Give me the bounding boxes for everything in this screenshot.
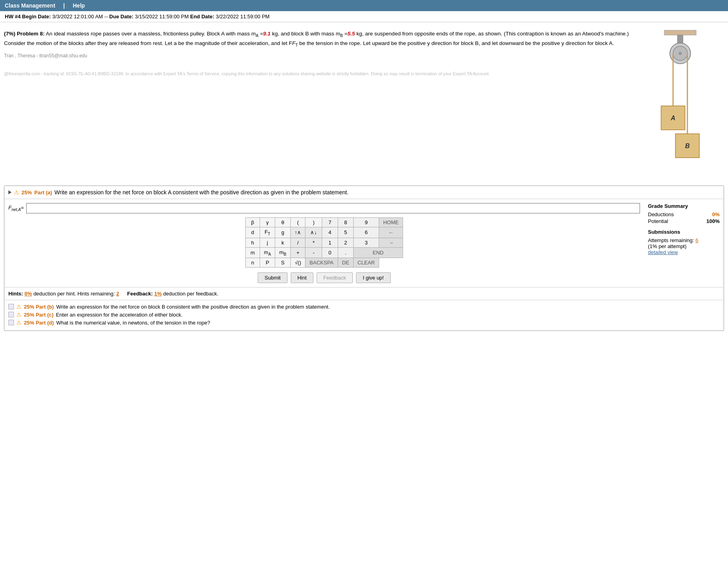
deductions-label: Deductions [648, 211, 674, 217]
nav-class-management[interactable]: Class Management [5, 2, 55, 9]
problem-percentage: (7%) [4, 31, 16, 37]
prob-mB-value: 5.5 [348, 31, 355, 37]
key-0[interactable]: 0 [322, 247, 338, 258]
part-d-label: 25% Part (d) [24, 320, 54, 326]
problem-area: (7%) Problem 8: An ideal massless rope p… [4, 26, 632, 178]
attempts-label: Attempts remaining: [648, 237, 694, 243]
key-h[interactable]: h [245, 238, 260, 247]
due-label: Due Date: [109, 14, 133, 20]
key-delete[interactable]: DE [338, 258, 353, 268]
svg-rect-0 [664, 30, 696, 35]
part-c-row: ⚠ 25% Part (c) Enter an expression for t… [8, 311, 720, 318]
potential-row: Potential 100% [648, 218, 720, 224]
give-up-button[interactable]: I give up! [356, 272, 391, 283]
key-open-paren[interactable]: ( [290, 218, 305, 227]
key-FT[interactable]: FT [260, 227, 275, 238]
key-down-arrow[interactable]: ∧↓ [305, 227, 322, 238]
key-plus[interactable]: + [290, 247, 305, 258]
key-1[interactable]: 1 [322, 238, 338, 247]
key-4[interactable]: 4 [322, 227, 338, 238]
submissions-title: Submissions [648, 229, 720, 235]
nav-separator: | [63, 2, 65, 9]
problem-text: (7%) Problem 8: An ideal massless rope p… [4, 26, 632, 51]
prob-mA-eq: = [258, 31, 263, 37]
key-mA[interactable]: mA [260, 247, 275, 258]
feedback-label: Feedback: [127, 291, 153, 297]
key-8[interactable]: 8 [338, 218, 353, 227]
key-multiply[interactable]: * [305, 238, 322, 247]
part-a-label: Part (a) [34, 190, 52, 196]
feedback-pct: 1% [154, 291, 162, 297]
main-content: (7%) Problem 8: An ideal massless rope p… [0, 22, 728, 182]
keyboard-row-0: β γ θ ( ) 7 8 9 HOME [245, 218, 403, 227]
part-c-description: Enter an expression for the acceleration… [56, 312, 182, 318]
attempts-value: 6 [695, 237, 698, 243]
part-c-checkbox[interactable] [8, 312, 14, 317]
expand-icon[interactable] [8, 190, 12, 194]
hints-bar: Hints: 0% deduction per hint. Hints rema… [4, 287, 724, 300]
answer-input[interactable] [26, 203, 640, 213]
key-7[interactable]: 7 [322, 218, 338, 227]
key-dot[interactable]: . [338, 247, 353, 258]
part-b-row: ⚠ 25% Part (b) Write an expression for t… [8, 303, 720, 310]
prob-FT: F [292, 40, 295, 46]
key-home[interactable]: HOME [379, 218, 403, 227]
key-beta[interactable]: β [245, 218, 260, 227]
part-d-row: ⚠ 25% Part (d) What is the numerical val… [8, 319, 720, 326]
key-minus[interactable]: - [305, 247, 322, 258]
top-nav: Class Management | Help [0, 0, 728, 11]
prob-mA-label: A [256, 31, 258, 37]
key-clear[interactable]: CLEAR [353, 258, 379, 268]
key-end[interactable]: END [353, 247, 403, 258]
key-d[interactable]: d [245, 227, 260, 238]
nav-help[interactable]: Help [73, 2, 85, 9]
due-date: 3/15/2022 11:59:00 PM [135, 14, 189, 20]
key-backspace[interactable]: BACKSPA [305, 258, 338, 268]
key-P[interactable]: P [260, 258, 275, 268]
feedback-section: Feedback: 1% deduction per feedback. [127, 291, 218, 297]
warning-icon-d: ⚠ [16, 319, 22, 326]
key-5[interactable]: 5 [338, 227, 353, 238]
key-n[interactable]: n [245, 258, 260, 268]
part-b-checkbox[interactable] [8, 304, 14, 309]
attempts-row: Attempts remaining: 6 [648, 237, 720, 243]
begin-date: 3/3/2022 12:01:00 AM [52, 14, 103, 20]
key-k[interactable]: k [275, 238, 291, 247]
key-divide[interactable]: / [290, 238, 305, 247]
key-theta[interactable]: θ [275, 218, 291, 227]
key-up-arrow[interactable]: ↑∧ [290, 227, 305, 238]
part-c-label: 25% Part (c) [24, 312, 53, 318]
problem-text-before-mA: An ideal massless rope passes over a mas… [46, 31, 256, 37]
hint-button[interactable]: Hint [291, 272, 313, 283]
end-label: End Date: [190, 14, 214, 20]
part-a-percentage: 25% [22, 190, 32, 196]
feedback-button[interactable]: Feedback [317, 272, 353, 283]
grade-summary: Grade Summary Deductions 0% Potential 10… [648, 203, 720, 283]
key-m[interactable]: m [245, 247, 260, 258]
key-right-arrow[interactable]: → [379, 238, 403, 247]
part-b-description: Write an expression for the net force on… [56, 304, 330, 310]
key-j[interactable]: j [260, 238, 275, 247]
end-date: 3/22/2022 11:59:00 PM [216, 14, 270, 20]
key-sqrt[interactable]: √() [290, 258, 305, 268]
diagram-area: A B [636, 26, 724, 178]
student-info: Tran , Theresa - ttran55@mail.sfsu.edu [4, 53, 632, 59]
input-row: Fnet,A= [8, 203, 640, 213]
detailed-view-link[interactable]: detailed view [648, 249, 678, 255]
warning-icon-b: ⚠ [16, 303, 22, 310]
key-mB[interactable]: mB [275, 247, 291, 258]
key-close-paren[interactable]: ) [305, 218, 322, 227]
key-2[interactable]: 2 [338, 238, 353, 247]
attempts-per: (1% per attempt) [648, 243, 720, 249]
part-a-input-area: Fnet,A= β γ θ ( ) 7 8 9 HOME [8, 203, 640, 283]
key-S[interactable]: S [275, 258, 291, 268]
key-9[interactable]: 9 [353, 218, 379, 227]
submit-button[interactable]: Submit [258, 272, 287, 283]
svg-text:A: A [670, 115, 675, 121]
key-gamma[interactable]: γ [260, 218, 275, 227]
key-6[interactable]: 6 [353, 227, 379, 238]
key-3[interactable]: 3 [353, 238, 379, 247]
key-g[interactable]: g [275, 227, 291, 238]
part-d-checkbox[interactable] [8, 320, 14, 325]
key-left-arrow[interactable]: ← [379, 227, 403, 238]
